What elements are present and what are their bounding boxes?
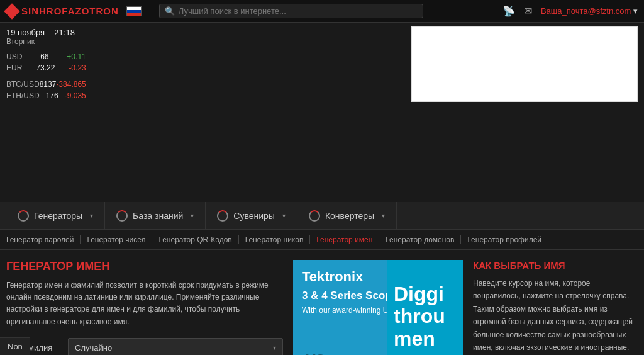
right-panel: КАК ВЫБРАТЬ ИМЯ Наведите курсор на имя, …: [473, 260, 638, 355]
chevron-down-icon-2: ▾: [191, 212, 194, 219]
how-to-desc: Наведите курсор на имя, которое понравил…: [473, 277, 638, 354]
rate-eth: ETH/USD 176 -9.035: [6, 90, 86, 101]
email-domain: @sfztn.com: [588, 6, 631, 16]
bottom-non-text: Non: [8, 342, 23, 351]
bottom-bar: Non: [0, 337, 30, 355]
chevron-down-icon-3: ▾: [282, 212, 286, 219]
top-bar: SINHROFAZOTRON 🔍 📡 ✉ Ваша_почта@sfztn.co…: [0, 0, 644, 23]
nav-knowledge[interactable]: База знаний ▾: [105, 202, 206, 229]
search-input[interactable]: [179, 6, 418, 16]
flag-icon: [126, 6, 142, 16]
ad-right-word3: men: [394, 328, 457, 350]
spinner-icon-4: [309, 210, 320, 222]
subnav-numbers[interactable]: Генератор чисел: [80, 235, 152, 244]
ad-right-word2: throu: [394, 305, 457, 327]
rss-icon[interactable]: 📡: [502, 5, 515, 17]
chevron-surname-icon: ▾: [273, 344, 276, 351]
ad-brand: Tektronix: [302, 269, 363, 285]
sub-nav: Генератор паролей Генератор чисел Генера…: [0, 230, 644, 250]
spinner-icon-2: [116, 210, 128, 222]
day-display: Вторник: [6, 37, 86, 46]
logo-diamond-icon: [4, 3, 19, 19]
subnav-passwords[interactable]: Генератор паролей: [6, 235, 80, 244]
nav-generators-label: Генераторы: [34, 211, 82, 221]
page-description: Генератор имен и фамилий позволит в коро…: [6, 279, 283, 328]
top-right: 📡 ✉ Ваша_почта@sfztn.com ▾: [502, 5, 638, 17]
page-title: ГЕНЕРАТОР ИМЕН: [6, 260, 283, 273]
surname-row: ✓ Фамилия Случайно ▾: [6, 338, 283, 355]
mail-icon[interactable]: ✉: [524, 5, 532, 17]
subnav-nicks[interactable]: Генератор ников: [239, 235, 311, 244]
subnav-profiles[interactable]: Генератор профилей: [461, 235, 548, 244]
ad-right-word1: Diggi: [394, 283, 457, 305]
chevron-down-icon-4: ▾: [382, 212, 385, 219]
chevron-down-icon: ▾: [90, 212, 93, 219]
nav-converters-label: Конвертеры: [325, 211, 374, 221]
date-display: 19 ноября 21:18: [6, 28, 86, 37]
rate-btc: BTC/USD 8137 -384.865: [6, 79, 86, 90]
subnav-names[interactable]: Генератор имен: [310, 235, 379, 244]
logo: SINHROFAZOTRON: [6, 6, 142, 17]
ad-content: Tektronix 3 & 4 Series Scopes With our a…: [293, 260, 463, 355]
how-to-title: КАК ВЫБРАТЬ ИМЯ: [473, 260, 638, 271]
search-bar[interactable]: 🔍: [159, 4, 423, 18]
left-panel: ГЕНЕРАТОР ИМЕН Генератор имен и фамилий …: [6, 260, 283, 355]
nav-souvenirs-label: Сувениры: [233, 211, 275, 221]
rate-usd: USD 66 +0.11: [6, 51, 86, 62]
surname-value: Случайно: [75, 343, 112, 352]
ad-banner[interactable]: Tektronix 3 & 4 Series Scopes With our a…: [293, 260, 463, 355]
ad-vs-text: vs.: [306, 348, 330, 355]
top-ad-banner: [411, 26, 638, 102]
user-email[interactable]: Ваша_почта@sfztn.com ▾: [541, 6, 638, 16]
nav-generators[interactable]: Генераторы ▾: [6, 202, 105, 229]
subnav-domains[interactable]: Генератор доменов: [379, 235, 461, 244]
rates-block: USD 66 +0.11 EUR 73.22 -0.23 BTC/USD 813…: [6, 51, 86, 101]
logo-text: SINHROFAZOTRON: [21, 6, 119, 16]
nav-knowledge-label: База знаний: [133, 211, 183, 221]
search-icon: 🔍: [165, 6, 175, 16]
ad-subtitle: With our award-winning UI: [302, 305, 391, 316]
subnav-qr[interactable]: Генератор QR-Кодов: [152, 235, 238, 244]
email-text: Ваша_почта: [541, 6, 588, 16]
nav-converters[interactable]: Конвертеры ▾: [297, 202, 397, 229]
spinner-icon-3: [217, 210, 228, 222]
rate-eur: EUR 73.22 -0.23: [6, 62, 86, 74]
nav-menu: Генераторы ▾ База знаний ▾ Сувениры ▾ Ко…: [0, 202, 644, 230]
nav-souvenirs[interactable]: Сувениры ▾: [206, 202, 297, 229]
spinner-icon: [18, 210, 29, 222]
surname-select[interactable]: Случайно ▾: [68, 338, 283, 355]
main-content: ГЕНЕРАТОР ИМЕН Генератор имен и фамилий …: [0, 250, 644, 355]
